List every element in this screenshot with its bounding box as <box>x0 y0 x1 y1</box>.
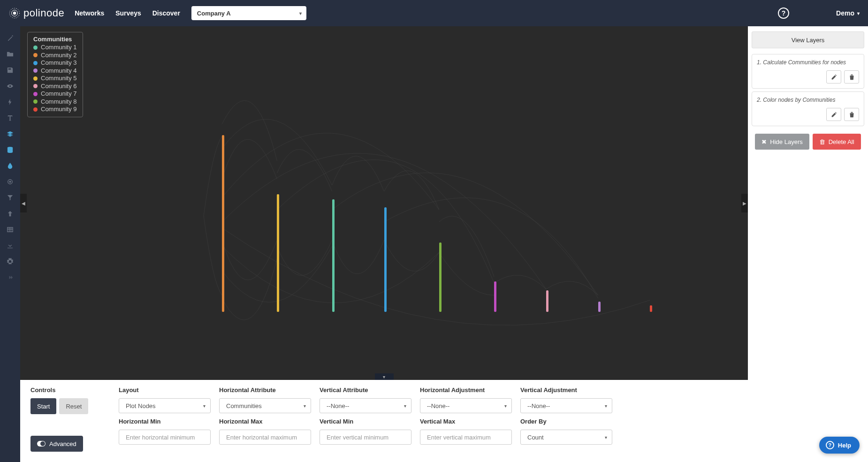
nav-discover[interactable]: Discover <box>152 9 180 17</box>
topnav-links: Networks Surveys Discover <box>75 9 180 17</box>
nav-surveys[interactable]: Surveys <box>115 9 141 17</box>
nav-networks[interactable]: Networks <box>75 9 104 17</box>
logo[interactable]: polinode <box>8 7 64 19</box>
logo-icon <box>8 7 21 19</box>
topnav: polinode Networks Surveys Discover Compa… <box>0 0 868 26</box>
svg-point-0 <box>13 12 16 15</box>
logo-text: polinode <box>23 7 64 19</box>
network-dropdown[interactable]: Company A <box>191 6 306 20</box>
user-menu[interactable]: Demo ▾ <box>836 9 860 17</box>
help-icon[interactable]: ? <box>778 8 789 19</box>
network-dropdown-value: Company A <box>197 10 231 17</box>
chevron-down-icon: ▾ <box>857 11 860 16</box>
